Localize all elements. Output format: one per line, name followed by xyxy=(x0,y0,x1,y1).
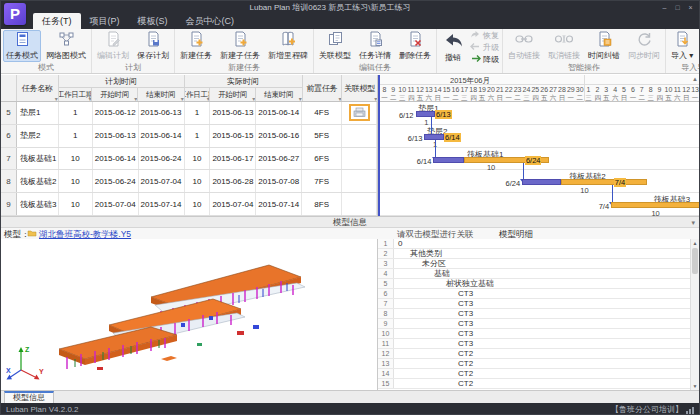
table-cell[interactable]: 5FS xyxy=(302,125,342,147)
gantt-bar-segment[interactable] xyxy=(561,179,646,185)
table-cell[interactable]: 10 xyxy=(185,170,211,192)
table-cell[interactable]: 2015-06-24 xyxy=(93,170,139,192)
linked-model-cell[interactable] xyxy=(342,148,377,170)
model-tree-row[interactable]: 10CT3 xyxy=(378,329,699,339)
table-cell[interactable]: 2015-06-27 xyxy=(256,148,302,170)
collapse-icon[interactable]: ▾ xyxy=(691,217,695,228)
table-cell[interactable]: 10 xyxy=(185,193,211,215)
table-cell[interactable]: 2015-07-04 xyxy=(93,193,139,215)
model-tree-row[interactable]: 2其他类别 xyxy=(378,249,699,259)
model-tree-row[interactable]: 9CT3 xyxy=(378,319,699,329)
header-actual-end[interactable]: 结束时间▾ xyxy=(256,88,302,101)
table-cell[interactable]: 筏板基础2 xyxy=(17,170,59,192)
table-cell[interactable]: 2015-06-14 xyxy=(139,125,185,147)
ribbon-button-demote[interactable]: 降级 xyxy=(470,54,499,65)
table-cell[interactable]: 7FS xyxy=(302,170,342,192)
gantt-scroll-up-icon[interactable]: ▲ xyxy=(692,76,698,82)
table-cell[interactable]: 2015-06-13 xyxy=(139,102,185,124)
header-plan-duration[interactable]: 工作日工期▾ xyxy=(59,88,93,101)
table-cell[interactable]: 2015-07-14 xyxy=(256,193,302,215)
ribbon-button-task-detail[interactable]: 任务详情 xyxy=(356,30,394,62)
ribbon-button-network-mode[interactable]: 网络图模式 xyxy=(43,30,89,62)
menu-tab-2[interactable]: 项目(P) xyxy=(81,13,129,29)
table-cell[interactable]: 2015-06-13 xyxy=(210,102,256,124)
model-tree-row[interactable]: 4基础 xyxy=(378,269,699,279)
table-cell[interactable]: 2015-07-04 xyxy=(210,193,256,215)
bim-model-viewport[interactable]: Z Y X xyxy=(1,239,378,390)
table-cell[interactable]: 2015-06-13 xyxy=(93,125,139,147)
table-cell[interactable]: 2015-06-15 xyxy=(210,125,256,147)
model-tree-row[interactable]: 15CT2 xyxy=(378,379,699,389)
maximize-button[interactable]: □ xyxy=(672,3,683,13)
model-tree-row[interactable]: 12CT2 xyxy=(378,349,699,359)
table-cell[interactable]: 4FS xyxy=(302,102,342,124)
ribbon-button-new-milestone[interactable]: 新增里程碑 xyxy=(265,30,311,62)
table-row[interactable]: 7筏板基础1102015-06-142015-06-24102015-06-17… xyxy=(1,148,377,171)
row-number-cell[interactable]: 7 xyxy=(1,148,17,170)
ribbon-button-link-model[interactable]: 关联模型 xyxy=(316,30,354,62)
linked-model-cell[interactable] xyxy=(342,102,377,124)
ribbon-button-promote[interactable]: 升级 xyxy=(470,42,499,53)
ribbon-button-auto-link[interactable]: 自动链接 xyxy=(505,30,543,62)
model-tree-row[interactable]: 5桩状独立基础 xyxy=(378,279,699,289)
table-cell[interactable]: 10 xyxy=(59,148,93,170)
table-cell[interactable]: 6FS xyxy=(302,148,342,170)
header-plan-end[interactable]: 结束时间▾ xyxy=(138,88,184,101)
ribbon-button-time-fix[interactable]: 时间纠错 xyxy=(585,30,623,62)
model-tree-row[interactable]: 14CT2 xyxy=(378,369,699,379)
table-cell[interactable]: 垫层2 xyxy=(17,125,59,147)
menu-tab-4[interactable]: 会员中心(C) xyxy=(177,13,244,29)
table-cell[interactable]: 2015-07-14 xyxy=(139,193,185,215)
gantt-bar-segment[interactable] xyxy=(416,111,436,117)
row-number-cell[interactable]: 8 xyxy=(1,170,17,192)
linked-model-cell[interactable] xyxy=(342,193,377,215)
table-row[interactable]: 9筏板基础3102015-07-042015-07-14102015-07-04… xyxy=(1,193,377,216)
ribbon-button-import[interactable]: 导入 ▾ xyxy=(668,30,696,62)
table-cell[interactable]: 8FS xyxy=(302,193,342,215)
gantt-bar-segment[interactable] xyxy=(611,202,699,208)
ribbon-button-new-subtask[interactable]: 新建子任务 xyxy=(217,30,263,62)
table-row[interactable]: 8筏板基础2102015-06-242015-07-04102015-06-28… xyxy=(1,170,377,193)
table-cell[interactable]: 筏板基础3 xyxy=(17,193,59,215)
ribbon-button-task-mode[interactable]: 任务模式 xyxy=(3,30,41,62)
table-cell[interactable]: 2015-06-14 xyxy=(256,102,302,124)
model-tree-row[interactable]: 6CT3 xyxy=(378,289,699,299)
model-tree-row[interactable]: 10 xyxy=(378,239,699,249)
ribbon-button-save-plan[interactable]: 保存计划 xyxy=(134,30,172,62)
tab-model-info[interactable]: 模型信息 xyxy=(4,391,54,403)
close-button[interactable]: × xyxy=(685,3,696,13)
table-cell[interactable]: 2015-07-04 xyxy=(139,170,185,192)
table-cell[interactable]: 筏板基础1 xyxy=(17,148,59,170)
scroll-thumb[interactable] xyxy=(692,248,698,274)
model-info-band[interactable]: 模型信息 ▾ xyxy=(1,216,699,228)
ribbon-button-sync-time[interactable]: 同步时间 xyxy=(625,30,663,62)
table-cell[interactable]: 2015-06-17 xyxy=(210,148,256,170)
table-cell[interactable]: 10 xyxy=(185,148,211,170)
table-row[interactable]: 5垫层112015-06-122015-06-1312015-06-132015… xyxy=(1,102,377,125)
menu-tab-1[interactable]: 任务(T) xyxy=(33,13,81,29)
header-actual-duration[interactable]: 工作日工期▾ xyxy=(185,88,211,101)
ribbon-button-delete-task[interactable]: 删除任务 xyxy=(396,30,434,62)
model-tree-row[interactable]: 7CT3 xyxy=(378,299,699,309)
header-actual-start[interactable]: 开始时间▾ xyxy=(210,88,256,101)
header-linked-model[interactable]: 关联模型▾ xyxy=(342,75,377,101)
ribbon-button-new-task[interactable]: 新建任务 xyxy=(177,30,215,62)
menu-tab-3[interactable]: 模板(S) xyxy=(129,13,177,29)
header-predecessors[interactable]: 前置任务▾ xyxy=(303,75,343,101)
scroll-down-icon[interactable]: ▼ xyxy=(691,383,699,389)
table-cell[interactable]: 1 xyxy=(185,125,211,147)
table-cell[interactable]: 10 xyxy=(59,193,93,215)
table-cell[interactable]: 1 xyxy=(185,102,211,124)
table-cell[interactable]: 1 xyxy=(59,125,93,147)
table-cell[interactable]: 2015-06-16 xyxy=(256,125,302,147)
table-cell[interactable]: 2015-07-08 xyxy=(256,170,302,192)
ribbon-button-redo[interactable]: 恢复 xyxy=(470,30,499,41)
table-cell[interactable]: 2015-06-24 xyxy=(139,148,185,170)
ribbon-button-unlink[interactable]: 取消链接 xyxy=(545,30,583,62)
linked-model-cell[interactable] xyxy=(342,125,377,147)
gantt-bar-segment[interactable] xyxy=(522,179,561,185)
ribbon-button-undo[interactable]: 撤销 xyxy=(439,30,467,65)
model-tree-row[interactable]: 3未分区 xyxy=(378,259,699,269)
header-task-name[interactable]: 任务名称▾ xyxy=(17,75,59,101)
model-tree-row[interactable]: 8CT3 xyxy=(378,309,699,319)
